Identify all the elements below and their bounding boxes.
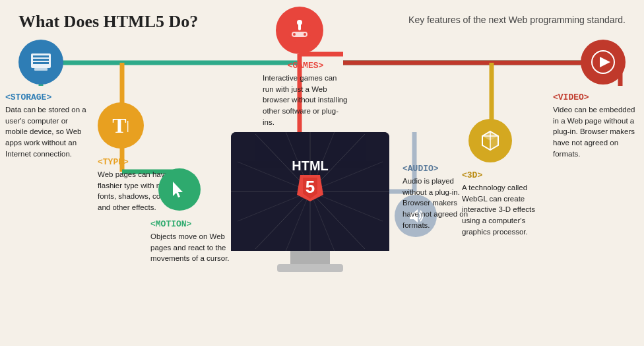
video-text: Video can be embedded in a Web page with… xyxy=(553,104,639,159)
svg-rect-18 xyxy=(33,59,49,61)
type-label: <TYPE> xyxy=(98,157,183,167)
monitor: HTML 5 xyxy=(224,132,396,291)
svg-rect-20 xyxy=(34,68,48,71)
motion-text: Objects move on Web pages and react to t… xyxy=(150,231,230,264)
svg-rect-19 xyxy=(33,62,49,64)
threed-text: A technology called WebGL can create int… xyxy=(462,182,541,237)
svg-point-26 xyxy=(293,33,296,36)
svg-rect-17 xyxy=(33,55,49,57)
page-title: What Does HTML5 Do? xyxy=(18,12,198,32)
threed-label: <3D> xyxy=(462,170,541,180)
threed-section: <3D> A technology called WebGL can creat… xyxy=(462,170,541,237)
video-label: <VIDEO> xyxy=(553,92,639,102)
video-icon xyxy=(581,40,626,85)
monitor-stand xyxy=(290,251,330,264)
motion-section: <MOTION> Objects move on Web pages and r… xyxy=(150,219,230,264)
games-section: <GAMES> Interactive games can run with j… xyxy=(263,61,348,127)
video-section: <VIDEO> Video can be embedded in a Web p… xyxy=(553,92,639,159)
motion-icon xyxy=(158,168,201,211)
svg-point-24 xyxy=(297,20,302,25)
svg-text:HTML: HTML xyxy=(292,158,329,173)
games-label: <GAMES> xyxy=(263,61,348,71)
storage-label: <STORAGE> xyxy=(5,92,91,102)
svg-point-27 xyxy=(304,33,306,36)
storage-icon xyxy=(18,40,63,85)
motion-label: <MOTION> xyxy=(150,219,230,229)
type-icon: T| xyxy=(98,102,144,149)
page-subtitle: Key features of the next Web programming… xyxy=(408,15,626,25)
games-text: Interactive games can run with just a We… xyxy=(263,73,348,127)
threed-icon xyxy=(468,119,512,162)
monitor-screen: HTML 5 xyxy=(231,132,389,251)
storage-section: <STORAGE> Data can be stored on a user's… xyxy=(5,92,91,159)
storage-text: Data can be stored on a user's computer … xyxy=(5,104,91,159)
svg-marker-21 xyxy=(173,182,183,197)
games-icon xyxy=(276,7,323,54)
svg-text:5: 5 xyxy=(306,177,315,197)
monitor-base xyxy=(277,264,343,272)
